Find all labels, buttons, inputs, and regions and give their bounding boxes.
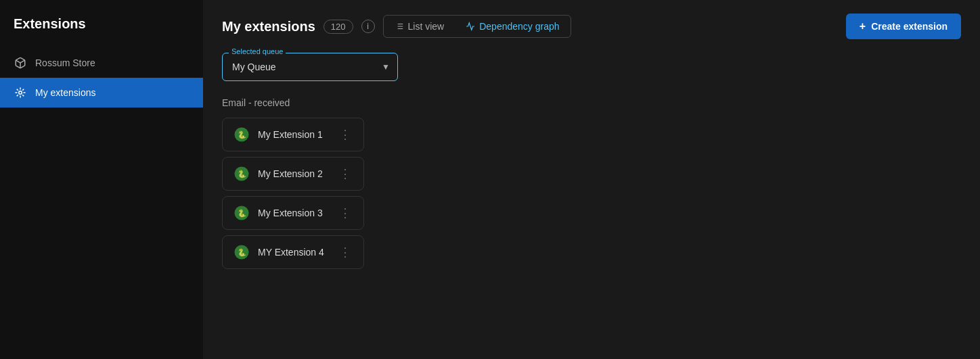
- extension-menu-4[interactable]: ⋮: [336, 243, 354, 261]
- create-extension-button[interactable]: + Create extension: [846, 14, 961, 39]
- extensions-icon: [14, 86, 27, 99]
- header-left: My extensions 120 i List view: [222, 15, 571, 38]
- svg-point-1: [19, 91, 22, 95]
- svg-line-7: [22, 95, 24, 96]
- queue-selector-label: Selected queue: [229, 47, 286, 55]
- sidebar: Extensions Rossum Store M: [0, 0, 203, 359]
- queue-selector[interactable]: Selected queue My Queue Queue 1 Queue 2 …: [222, 53, 398, 81]
- svg-text:🐍: 🐍: [238, 170, 247, 178]
- section-label: Email - received: [222, 97, 961, 108]
- sidebar-item-label: Rossum Store: [35, 57, 95, 68]
- sidebar-item-rossum-store[interactable]: Rossum Store: [0, 48, 203, 78]
- queue-selector-wrapper: Selected queue My Queue Queue 1 Queue 2 …: [222, 53, 961, 81]
- view-tabs: List view Dependency graph: [383, 15, 571, 38]
- sidebar-item-label: My extensions: [35, 87, 95, 98]
- tab-dependency-graph[interactable]: Dependency graph: [455, 16, 570, 37]
- extensions-list: 🐍 My Extension 1 ⋮ 🐍 My Extension 2 ⋮ 🐍: [222, 118, 961, 269]
- extension-card-4[interactable]: 🐍 MY Extension 4 ⋮: [222, 235, 364, 269]
- page-title: My extensions: [222, 19, 315, 34]
- extension-name-1: My Extension 1: [258, 129, 330, 140]
- plus-icon: +: [860, 20, 866, 32]
- svg-line-9: [17, 95, 18, 96]
- extension-card-3[interactable]: 🐍 My Extension 3 ⋮: [222, 196, 364, 230]
- extension-card-1[interactable]: 🐍 My Extension 1 ⋮: [222, 118, 364, 151]
- page-header: My extensions 120 i List view: [222, 14, 961, 39]
- info-icon[interactable]: i: [361, 20, 375, 33]
- queue-select-input[interactable]: My Queue Queue 1 Queue 2: [222, 53, 398, 81]
- svg-text:🐍: 🐍: [238, 130, 247, 139]
- extension-icon-3: 🐍: [232, 204, 251, 222]
- extension-menu-1[interactable]: ⋮: [336, 126, 354, 143]
- svg-line-6: [17, 89, 18, 91]
- extension-card-2[interactable]: 🐍 My Extension 2 ⋮: [222, 157, 364, 191]
- store-icon: [14, 56, 27, 70]
- sidebar-item-my-extensions[interactable]: My extensions: [0, 78, 203, 107]
- tab-list-view-label: List view: [408, 21, 445, 32]
- extension-name-2: My Extension 2: [258, 168, 330, 179]
- extension-icon-1: 🐍: [232, 125, 251, 144]
- extension-name-3: My Extension 3: [258, 208, 330, 218]
- extension-name-4: MY Extension 4: [258, 247, 330, 258]
- extension-icon-4: 🐍: [232, 243, 251, 262]
- extension-menu-2[interactable]: ⋮: [336, 165, 354, 183]
- extension-menu-3[interactable]: ⋮: [336, 204, 354, 222]
- svg-text:🐍: 🐍: [238, 209, 247, 218]
- extension-icon-2: 🐍: [232, 164, 251, 183]
- svg-text:🐍: 🐍: [238, 248, 247, 257]
- tab-dependency-graph-label: Dependency graph: [479, 21, 559, 32]
- extensions-count-badge: 120: [324, 20, 353, 34]
- app-title: Extensions: [0, 16, 203, 48]
- tab-list-view[interactable]: List view: [384, 16, 455, 37]
- main-content: My extensions 120 i List view: [203, 0, 980, 359]
- create-extension-label: Create extension: [871, 21, 948, 32]
- svg-line-8: [22, 89, 24, 91]
